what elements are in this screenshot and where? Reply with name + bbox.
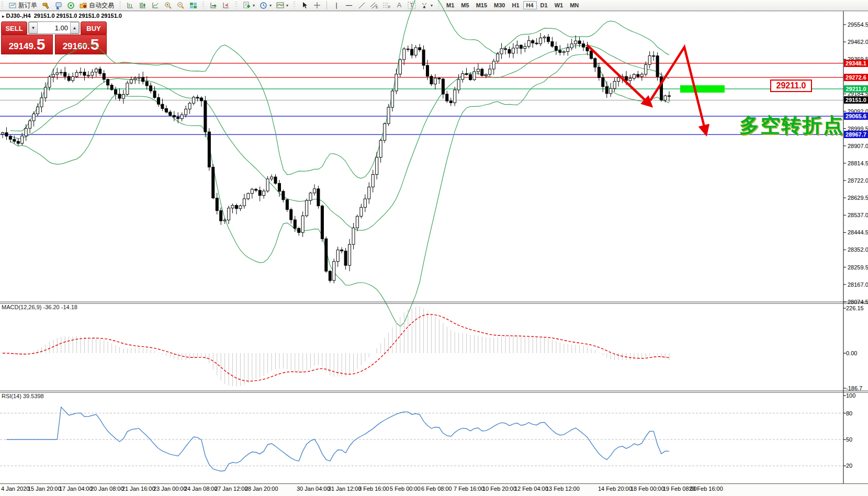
candle-body (270, 177, 273, 179)
candle-body (87, 75, 89, 76)
candle-body (282, 191, 285, 200)
candle-body (17, 141, 19, 143)
candle-body (438, 78, 441, 79)
turning-point-annotation[interactable]: 多空转折点 (739, 112, 844, 139)
candle-body (115, 89, 117, 94)
rsi-axis-label: 50 (846, 436, 852, 443)
macd-label: MACD(12,26,9) -36.20 -14.18 (2, 304, 77, 310)
time-label: 7 Feb 16:00 (454, 486, 484, 492)
candle-body (21, 136, 24, 143)
candle-body (582, 44, 585, 47)
candle-body (72, 76, 74, 80)
rsi-line[interactable] (6, 407, 669, 471)
candle-body (188, 103, 191, 109)
candle-body (348, 244, 351, 265)
candle-body (216, 198, 218, 211)
candle-body (524, 47, 526, 49)
candle-body (290, 209, 292, 220)
price-tick-label: 29554.5 (848, 21, 868, 28)
price-tag-29065.6: 29065.6 (844, 112, 868, 120)
rsi-axis-label: 100 (846, 392, 855, 399)
candle-body (181, 115, 183, 119)
price-callout-box[interactable]: 29211.0 (770, 80, 812, 92)
candle-body (185, 109, 187, 115)
candle-body (567, 48, 569, 51)
time-label: 27 Jan 12:00 (215, 486, 248, 492)
candle-body (99, 69, 102, 74)
candle-body (637, 74, 639, 76)
candle-body (446, 94, 448, 101)
candle-body (477, 69, 479, 72)
candle-body (442, 79, 444, 94)
candle-body (434, 78, 436, 84)
candle-body (469, 74, 472, 80)
candle-body (633, 74, 635, 78)
candle-body (520, 45, 522, 48)
candle-body (344, 251, 347, 265)
candle-body (555, 47, 557, 51)
price-tag-28967.7: 28967.7 (844, 131, 868, 138)
candle-body (239, 206, 242, 208)
candle-body (461, 74, 464, 80)
price-tick-label: 28352.0 (848, 246, 868, 253)
candle-body (407, 49, 409, 49)
candle-body (196, 97, 199, 98)
candle-body (368, 187, 370, 199)
candle-body (150, 86, 152, 91)
candle-body (395, 74, 398, 91)
candle-body (52, 74, 54, 77)
candle-body (278, 183, 280, 191)
candle-body (613, 81, 616, 88)
candle-body (321, 206, 323, 239)
candle-body (492, 61, 495, 69)
macd-signal-line[interactable] (3, 314, 669, 381)
candle-body (539, 38, 542, 43)
candle-body (602, 77, 604, 86)
candle-body (617, 77, 620, 81)
time-label: 31 Jan 12:00 (328, 486, 362, 492)
candle-body (145, 82, 148, 86)
highlight-rectangle[interactable] (680, 85, 725, 93)
candle-body (532, 41, 534, 43)
candle-body (169, 112, 172, 116)
candle-body (360, 207, 363, 216)
candle-body (391, 91, 394, 107)
candle-body (648, 56, 651, 65)
macd-axis-label: 226.15 (846, 305, 864, 311)
candle-body (543, 37, 546, 38)
candle-body (371, 174, 374, 187)
candle-body (142, 77, 144, 82)
candle-body (605, 86, 608, 93)
macd-axis-label: 0.00 (846, 350, 857, 356)
time-label: 21 Jan 16:00 (122, 486, 155, 492)
candle-body (356, 216, 358, 228)
candle-body (411, 49, 413, 55)
candle-body (56, 73, 59, 74)
candle-body (559, 50, 561, 52)
candle-body (387, 107, 390, 123)
candle-body (384, 123, 386, 140)
candle-body (83, 72, 86, 75)
candle-body (60, 72, 62, 73)
candle-body (48, 77, 51, 87)
chart-canvas[interactable] (0, 0, 868, 496)
candle-body (516, 45, 518, 48)
time-label: 17 Jan 04:00 (59, 486, 93, 492)
candle-body (512, 48, 514, 53)
bollinger-lower-band[interactable] (10, 54, 669, 326)
candle-body (426, 65, 429, 76)
candle-body (508, 50, 511, 53)
candle-body (95, 69, 97, 72)
candle-body (274, 177, 277, 183)
time-label: 4 Jan 2020 (1, 486, 29, 492)
candle-body (204, 101, 207, 132)
candle-body (247, 194, 250, 199)
candle-body (414, 48, 417, 55)
mt4-window: 新订单 自动交易 (0, 0, 868, 496)
price-tick-label: 28074.5 (848, 299, 868, 305)
candle-body (640, 74, 643, 76)
bollinger-middle-band[interactable] (10, 46, 669, 231)
candle-body (645, 64, 647, 74)
price-tick-label: 28444.5 (848, 229, 868, 235)
candle-body (13, 139, 16, 141)
